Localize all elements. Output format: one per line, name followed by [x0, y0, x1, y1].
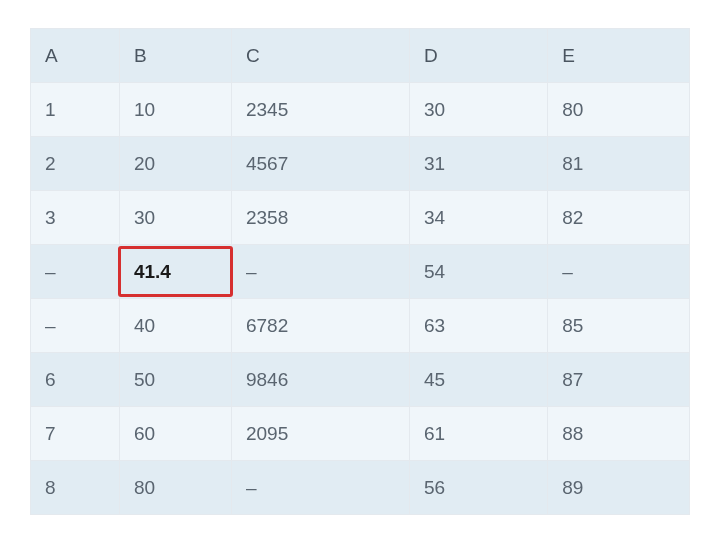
table-cell-a: – — [31, 245, 120, 299]
table-cell-b: 60 — [119, 407, 231, 461]
table-cell-d: 30 — [409, 83, 547, 137]
table-cell-e: 89 — [548, 461, 690, 515]
table-cell-c: – — [231, 245, 409, 299]
table-cell-highlighted: 41.4 — [119, 245, 231, 299]
column-header-b: B — [119, 29, 231, 83]
table-cell-e: 85 — [548, 299, 690, 353]
table-cell-b: 80 — [119, 461, 231, 515]
table-cell-e: 81 — [548, 137, 690, 191]
table-row: 65098464587 — [31, 353, 690, 407]
column-header-e: E — [548, 29, 690, 83]
table-cell-c: 2358 — [231, 191, 409, 245]
table-cell-c: 4567 — [231, 137, 409, 191]
table-row: 880–5689 — [31, 461, 690, 515]
table-cell-a: 2 — [31, 137, 120, 191]
table-header: A B C D E — [31, 29, 690, 83]
table-cell-a: 7 — [31, 407, 120, 461]
table-cell-d: 45 — [409, 353, 547, 407]
table-cell-b: 30 — [119, 191, 231, 245]
table-cell-d: 63 — [409, 299, 547, 353]
table-cell-c: 2345 — [231, 83, 409, 137]
column-header-d: D — [409, 29, 547, 83]
table-cell-e: 87 — [548, 353, 690, 407]
table-row: –4067826385 — [31, 299, 690, 353]
table-cell-d: 34 — [409, 191, 547, 245]
table-cell-c: 2095 — [231, 407, 409, 461]
table-cell-c: – — [231, 461, 409, 515]
table-cell-a: 1 — [31, 83, 120, 137]
table-cell-d: 61 — [409, 407, 547, 461]
table-row: 22045673181 — [31, 137, 690, 191]
table-cell-d: 54 — [409, 245, 547, 299]
table-cell-d: 56 — [409, 461, 547, 515]
table-cell-b: 50 — [119, 353, 231, 407]
table-cell-b: 10 — [119, 83, 231, 137]
table-cell-c: 9846 — [231, 353, 409, 407]
column-header-c: C — [231, 29, 409, 83]
table-cell-a: 6 — [31, 353, 120, 407]
table-row: –41.4–54– — [31, 245, 690, 299]
table-cell-a: 8 — [31, 461, 120, 515]
table-row: 33023583482 — [31, 191, 690, 245]
table-cell-d: 31 — [409, 137, 547, 191]
table-cell-e: 80 — [548, 83, 690, 137]
table-cell-e: 88 — [548, 407, 690, 461]
table-cell-b: 20 — [119, 137, 231, 191]
table-cell-c: 6782 — [231, 299, 409, 353]
column-header-a: A — [31, 29, 120, 83]
table-cell-b: 40 — [119, 299, 231, 353]
table-row: 76020956188 — [31, 407, 690, 461]
table-cell-e: 82 — [548, 191, 690, 245]
table-cell-a: 3 — [31, 191, 120, 245]
table-body: 110234530802204567318133023583482–41.4–5… — [31, 83, 690, 515]
table-row: 11023453080 — [31, 83, 690, 137]
data-table: A B C D E 110234530802204567318133023583… — [30, 28, 690, 515]
table-cell-a: – — [31, 299, 120, 353]
table-cell-e: – — [548, 245, 690, 299]
